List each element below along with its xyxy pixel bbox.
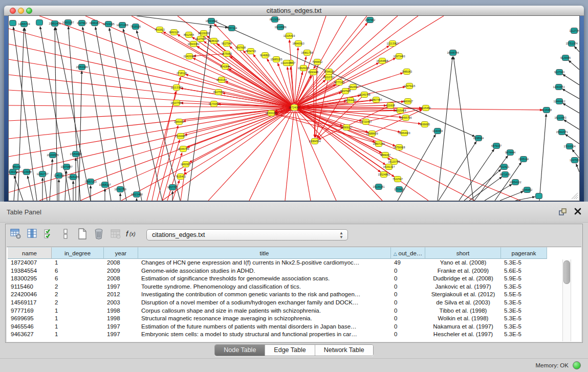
graph-node[interactable]: 16756928: [393, 145, 405, 150]
column-header-title[interactable]: title: [138, 247, 391, 259]
canvas-resize-grip[interactable]: [572, 193, 578, 199]
graph-node[interactable]: 785061: [12, 164, 20, 170]
graph-node[interactable]: 12975115: [404, 83, 416, 89]
close-panel-icon[interactable]: [574, 207, 582, 215]
table-row[interactable]: 911546021997Tourette syndrome. Phenomeno…: [8, 283, 547, 291]
graph-edge[interactable]: [80, 109, 291, 201]
graph-node[interactable]: 16961758: [301, 50, 313, 56]
select-all-icon[interactable]: [42, 228, 56, 241]
graph-node[interactable]: 1167553: [570, 158, 579, 163]
graph-edge[interactable]: [9, 108, 291, 174]
graph-node[interactable]: 15720407: [360, 119, 372, 125]
graph-node[interactable]: 15751074: [565, 41, 577, 47]
graph-node[interactable]: [36, 20, 43, 26]
graph-node[interactable]: 16648784: [447, 50, 459, 56]
column-header-name[interactable]: name: [8, 247, 52, 259]
graph-edge[interactable]: [297, 23, 368, 105]
table-row[interactable]: 1872400712008Changes of HCN gene express…: [8, 259, 547, 267]
graph-node[interactable]: 16782759: [114, 187, 126, 192]
graph-node[interactable]: 16033809: [205, 18, 217, 24]
table-settings-icon[interactable]: [9, 228, 23, 241]
graph-node[interactable]: 2087682: [365, 17, 375, 23]
graph-node[interactable]: 14671388: [116, 23, 128, 28]
graph-node[interactable]: 19654923: [398, 130, 410, 136]
graph-edge[interactable]: [572, 149, 579, 158]
graph-node[interactable]: 1115688: [21, 169, 32, 175]
tab-node-table[interactable]: Node Table: [215, 345, 265, 356]
graph-edge[interactable]: [79, 71, 82, 201]
graph-node[interactable]: 9146821: [260, 53, 270, 58]
table-row[interactable]: 1830029562008Estimation of significance …: [8, 275, 547, 283]
graph-node[interactable]: 2367608: [235, 45, 246, 51]
graph-node[interactable]: 20891406: [49, 21, 60, 27]
graph-node[interactable]: 8454743: [246, 49, 256, 54]
graph-edge[interactable]: [294, 47, 298, 104]
graph-node[interactable]: 15046786: [177, 146, 189, 152]
graph-node[interactable]: 16245748: [358, 92, 370, 98]
graph-node[interactable]: 1965493: [174, 119, 184, 125]
graph-edge[interactable]: [9, 29, 291, 106]
graph-edge[interactable]: [295, 111, 311, 201]
graph-node[interactable]: 2803144: [216, 77, 227, 83]
graph-edge[interactable]: [576, 164, 579, 172]
graph-node[interactable]: 14055724: [18, 21, 30, 27]
table-row[interactable]: 1938455462009Genome-wide association stu…: [8, 267, 547, 275]
graph-node[interactable]: 9129946: [560, 55, 571, 61]
graph-edge[interactable]: [9, 90, 291, 107]
graph-node[interactable]: 19218586: [274, 25, 286, 30]
graph-edge[interactable]: [9, 108, 291, 139]
graph-node[interactable]: 12093872: [553, 84, 564, 90]
graph-edge[interactable]: [296, 16, 367, 105]
graph-node[interactable]: 16151327: [383, 164, 395, 170]
graph-node[interactable]: 12213383: [170, 85, 182, 91]
graph-edge[interactable]: [109, 28, 142, 201]
table-row[interactable]: 977716911998Corpus callosum shape and si…: [8, 307, 547, 315]
graph-edge[interactable]: [565, 134, 579, 144]
graph-node[interactable]: 15524861: [378, 172, 389, 178]
graph-node[interactable]: 9127508: [195, 36, 206, 42]
graph-node[interactable]: 9327548: [222, 41, 232, 47]
graph-node[interactable]: 10654122: [509, 180, 521, 185]
graph-node[interactable]: 9227343: [554, 70, 564, 75]
graph-edge[interactable]: [562, 103, 579, 113]
table-row[interactable]: 946362711997Embryonic stem cells: a mode…: [8, 331, 547, 339]
graph-node[interactable]: 15166827: [175, 134, 186, 139]
delete-trash-icon[interactable]: [92, 228, 106, 241]
graph-edge[interactable]: [14, 170, 16, 201]
column-header-short[interactable]: short: [425, 247, 501, 259]
graph-edge[interactable]: [574, 46, 579, 52]
graph-edge[interactable]: [500, 191, 524, 201]
graph-node[interactable]: 16120796: [388, 159, 400, 165]
graph-node[interactable]: 7857224: [227, 26, 237, 31]
graph-node[interactable]: 1460937: [181, 162, 191, 167]
tab-edge-table[interactable]: Edge Table: [265, 345, 314, 356]
graph-edge[interactable]: [563, 120, 579, 129]
graph-node[interactable]: 8813054: [270, 17, 280, 23]
graph-node[interactable]: 8938924: [473, 136, 484, 141]
graph-node[interactable]: 8215958: [541, 107, 552, 113]
graph-edge[interactable]: [18, 28, 24, 201]
graph-node[interactable]: 7632621: [499, 164, 509, 170]
table-column-icon[interactable]: [25, 228, 39, 241]
graph-edge[interactable]: [28, 176, 33, 201]
new-document-icon[interactable]: [75, 228, 90, 241]
graph-edge[interactable]: [296, 111, 336, 201]
graph-node[interactable]: 9884067: [380, 152, 390, 158]
column-header-pagerank[interactable]: pagerank: [501, 247, 547, 259]
graph-edge[interactable]: [243, 51, 292, 105]
table-row[interactable]: 969969511998Structural magnetic resonanc…: [8, 315, 547, 323]
graph-node[interactable]: 1145194: [54, 173, 64, 179]
table-row[interactable]: 1456911722003Disruption of a novel membe…: [8, 299, 547, 307]
float-panel-icon[interactable]: [558, 208, 568, 216]
column-header-out_de[interactable]: △out_de…: [391, 247, 425, 259]
table-row[interactable]: 946554611997Estimation of the future num…: [8, 323, 547, 331]
graph-node[interactable]: 7485063: [402, 69, 412, 75]
graph-node[interactable]: 18226058: [198, 31, 209, 36]
graph-node[interactable]: 16210643: [554, 115, 566, 121]
graph-node[interactable]: 18300295: [265, 111, 277, 116]
graph-node[interactable]: 18807249: [373, 141, 384, 147]
window-titlebar[interactable]: citations_edges.txt: [4, 6, 584, 16]
graph-node[interactable]: 10807487: [370, 97, 382, 103]
table-row[interactable]: 2242004622012Investigating the contribut…: [8, 291, 547, 299]
graph-node[interactable]: 10719195: [102, 21, 114, 27]
